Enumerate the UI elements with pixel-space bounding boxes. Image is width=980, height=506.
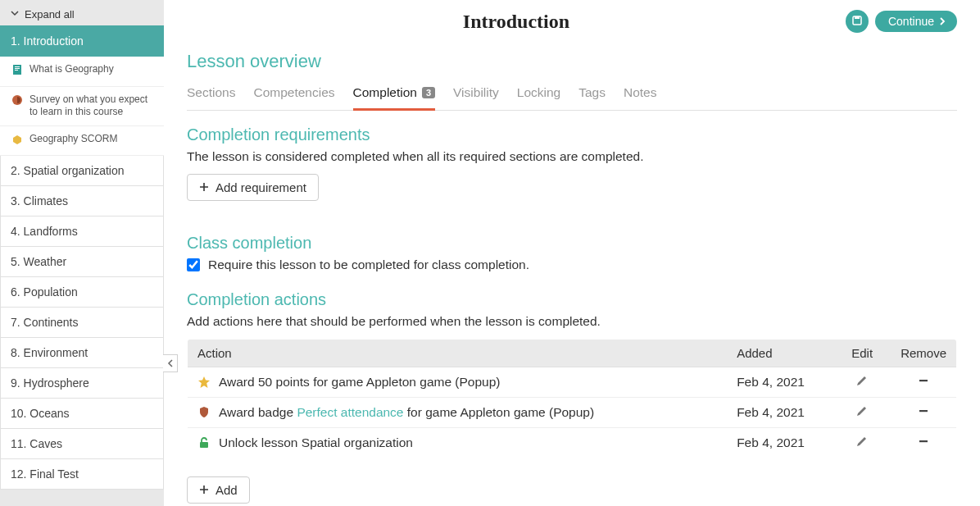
col-action: Action: [188, 340, 728, 367]
tab-competencies[interactable]: Competencies: [253, 79, 334, 110]
tab-label: Visibility: [453, 85, 499, 100]
completion-requirements-desc: The lesson is considered completed when …: [187, 149, 957, 164]
topbar: Introduction Continue: [187, 10, 957, 33]
sidebar-item-weather[interactable]: 5. Weather: [0, 247, 164, 277]
sidebar-item-hydrosphere[interactable]: 9. Hydrosphere: [0, 368, 164, 399]
expand-all-label: Expand all: [25, 8, 75, 21]
sidebar-item-final-test[interactable]: 12. Final Test: [0, 459, 164, 490]
svg-rect-7: [919, 380, 928, 381]
doc-icon: [11, 64, 23, 80]
sidebar-item-label: 9. Hydrosphere: [11, 376, 89, 390]
sidebar-item-caves[interactable]: 11. Caves: [0, 429, 164, 459]
sidebar-subitem-survey[interactable]: Survey on what you expect to learn in th…: [0, 87, 164, 126]
sidebar-list: 1. Introduction What is Geography Survey…: [0, 25, 164, 490]
star-icon: [197, 376, 211, 389]
sidebar: Expand all 1. Introduction What is Geogr…: [0, 0, 164, 506]
remove-action-button[interactable]: [891, 398, 956, 428]
tab-completion[interactable]: Completion 3: [353, 79, 436, 110]
svg-rect-3: [15, 70, 18, 71]
svg-rect-9: [200, 442, 208, 448]
tab-notes[interactable]: Notes: [624, 79, 657, 110]
minus-icon: [918, 405, 929, 419]
remove-action-button[interactable]: [891, 367, 956, 398]
tabs: Sections Competencies Completion 3 Visib…: [187, 79, 957, 111]
sidebar-item-introduction[interactable]: 1. Introduction: [0, 25, 164, 57]
sidebar-subitem-scorm[interactable]: Geography SCORM: [0, 126, 164, 157]
action-added: Feb 4, 2021: [727, 428, 833, 458]
survey-icon: [11, 94, 23, 110]
tab-locking[interactable]: Locking: [517, 79, 560, 110]
action-text: Award 50 points for game Appleton game (…: [219, 375, 501, 390]
action-text: Unlock lesson Spatial organization: [219, 435, 413, 450]
lesson-overview-heading: Lesson overview: [187, 51, 957, 72]
top-actions: Continue: [846, 10, 957, 33]
sidebar-item-label: 12. Final Test: [11, 467, 79, 481]
col-edit: Edit: [833, 340, 891, 367]
require-lesson-checkbox[interactable]: [187, 258, 200, 271]
tab-sections[interactable]: Sections: [187, 79, 235, 110]
remove-action-button[interactable]: [891, 428, 956, 458]
svg-rect-2: [15, 68, 20, 69]
sidebar-item-label: 10. Oceans: [11, 407, 70, 420]
action-link[interactable]: Perfect attendance: [297, 405, 403, 419]
tab-tags[interactable]: Tags: [578, 79, 606, 110]
collapse-sidebar-button[interactable]: [163, 354, 178, 372]
table-row: Award badge Perfect attendance for game …: [188, 398, 957, 428]
sidebar-item-label: 2. Spatial organization: [11, 164, 125, 177]
save-progress-button[interactable]: [846, 10, 869, 33]
edit-action-button[interactable]: [833, 367, 891, 398]
tab-label: Sections: [187, 85, 235, 100]
require-lesson-checkbox-row[interactable]: Require this lesson to be completed for …: [187, 258, 957, 272]
completion-actions-heading: Completion actions: [187, 290, 957, 309]
shield-icon: [197, 406, 211, 419]
sidebar-item-label: 11. Caves: [11, 437, 62, 450]
completion-actions-desc: Add actions here that should be performe…: [187, 314, 957, 329]
chevron-left-icon: [167, 357, 174, 370]
sidebar-item-climates[interactable]: 3. Climates: [0, 186, 164, 217]
sidebar-item-population[interactable]: 6. Population: [0, 277, 164, 308]
add-action-button[interactable]: Add: [187, 476, 250, 504]
sidebar-item-label: 7. Continents: [11, 316, 79, 329]
sidebar-item-oceans[interactable]: 10. Oceans: [0, 399, 164, 429]
plus-icon: [199, 483, 209, 497]
add-action-label: Add: [216, 483, 238, 497]
tab-visibility[interactable]: Visibility: [453, 79, 499, 110]
sidebar-subitem-label: Survey on what you expect to learn in th…: [29, 93, 156, 119]
edit-action-button[interactable]: [833, 428, 891, 458]
completion-requirements-heading: Completion requirements: [187, 125, 957, 144]
page-title: Introduction: [187, 11, 846, 33]
chevron-down-icon: [10, 8, 20, 21]
sidebar-item-label: 6. Population: [11, 285, 78, 299]
scorm-icon: [11, 134, 23, 149]
continue-label: Continue: [888, 15, 934, 28]
tab-label: Notes: [624, 85, 657, 100]
svg-rect-10: [919, 440, 928, 442]
action-added: Feb 4, 2021: [727, 398, 833, 428]
sidebar-item-label: 4. Landforms: [11, 225, 78, 238]
sidebar-item-label: 8. Environment: [11, 346, 88, 359]
tab-label: Competencies: [253, 85, 334, 100]
edit-action-button[interactable]: [833, 398, 891, 428]
sidebar-item-label: 3. Climates: [11, 194, 68, 207]
sidebar-item-spatial-organization[interactable]: 2. Spatial organization: [0, 156, 164, 186]
class-completion-heading: Class completion: [187, 234, 957, 253]
pencil-icon: [855, 406, 869, 420]
col-remove: Remove: [891, 340, 956, 367]
tab-label: Locking: [517, 85, 560, 100]
chevron-right-icon: [939, 15, 946, 28]
sidebar-collapse-handle: [164, 0, 177, 506]
completion-actions-table: Action Added Edit Remove Award 50 points…: [187, 339, 957, 458]
minus-icon: [918, 375, 929, 389]
tab-label: Tags: [578, 85, 606, 100]
sidebar-subitem-what-is-geography[interactable]: What is Geography: [0, 57, 164, 87]
sidebar-item-landforms[interactable]: 4. Landforms: [0, 217, 164, 247]
sidebar-item-continents[interactable]: 7. Continents: [0, 308, 164, 338]
sidebar-item-environment[interactable]: 8. Environment: [0, 338, 164, 368]
col-added: Added: [727, 340, 833, 367]
require-lesson-label: Require this lesson to be completed for …: [208, 258, 529, 272]
add-requirement-button[interactable]: Add requirement: [187, 174, 319, 201]
expand-all-toggle[interactable]: Expand all: [0, 3, 164, 25]
table-row: Unlock lesson Spatial organizationFeb 4,…: [188, 428, 957, 458]
continue-button[interactable]: Continue: [875, 11, 957, 32]
tab-badge: 3: [422, 87, 435, 98]
